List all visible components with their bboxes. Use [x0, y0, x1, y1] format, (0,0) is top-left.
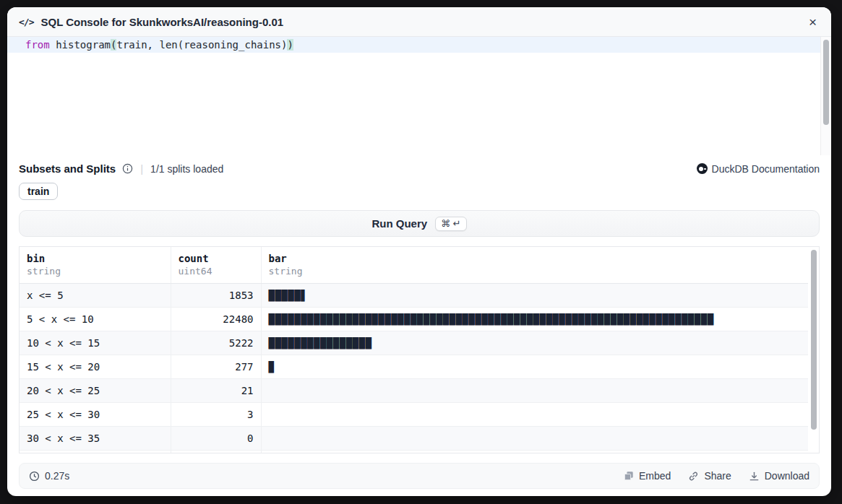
bin-cell: 25 < x <= 30	[20, 402, 171, 426]
embed-button[interactable]: Embed	[624, 470, 671, 482]
count-cell: 5222	[171, 331, 261, 355]
count-cell: 3	[171, 402, 261, 426]
clock-icon	[29, 471, 40, 482]
share-button[interactable]: Share	[688, 470, 731, 482]
download-icon	[749, 471, 760, 482]
table-scrollbar-thumb[interactable]	[811, 250, 817, 430]
footer-actions: Embed Share Download	[624, 470, 809, 482]
count-cell: 1853	[171, 283, 261, 307]
modal-body: Subsets and Splits | 1/1 splits loaded D…	[7, 155, 831, 496]
close-icon[interactable]: ×	[806, 14, 820, 30]
info-icon[interactable]	[122, 163, 133, 174]
table-row: 25 < x <= 30 3	[20, 402, 808, 426]
column-header-bin[interactable]: bin string	[20, 247, 171, 283]
sql-close-paren: )	[287, 39, 293, 51]
bin-cell: x <= 5	[20, 283, 171, 307]
table-scrollbar[interactable]	[810, 248, 817, 451]
bin-cell: 10 < x <= 15	[20, 331, 171, 355]
table-row: 10 < x <= 15 5222 ████████████████	[20, 331, 808, 355]
sql-arguments: train, len(reasoning_chains)	[116, 39, 287, 51]
splits-loaded-status: 1/1 splits loaded	[150, 163, 223, 175]
sql-console-modal: </> SQL Console for SkunkworksAI/reasoni…	[7, 7, 831, 496]
split-tab-train[interactable]: train	[19, 183, 58, 200]
query-duration: 0.27s	[29, 470, 69, 482]
run-query-button[interactable]: Run Query ⌘ ↵	[19, 210, 820, 237]
share-link-icon	[688, 471, 699, 482]
bin-cell: 35 < x <= 40	[20, 450, 171, 453]
table-header-row: bin string count uint64 bar string	[20, 247, 808, 283]
bar-cell: █████▋	[261, 283, 808, 307]
count-cell: 277	[171, 355, 261, 378]
table-row: 35 < x <= 40 0	[20, 450, 808, 453]
duckdb-docs-label: DuckDB Documentation	[712, 163, 820, 175]
duckdb-icon	[697, 163, 708, 174]
count-cell: 0	[171, 450, 261, 453]
bar-cell	[261, 450, 808, 453]
count-cell: 0	[171, 426, 261, 450]
modal-title: SQL Console for SkunkworksAI/reasoning-0…	[40, 16, 283, 28]
count-cell: 21	[171, 378, 261, 402]
column-header-count[interactable]: count uint64	[171, 247, 261, 283]
sql-function: histogram	[50, 39, 111, 51]
divider: |	[139, 162, 144, 175]
modal-header: </> SQL Console for SkunkworksAI/reasoni…	[7, 7, 831, 37]
sql-query-line[interactable]: from histogram(train, len(reasoning_chai…	[7, 37, 820, 53]
table-row: 5 < x <= 10 22480 ██████████████████████…	[20, 307, 808, 331]
modal-footer: 0.27s Embed Share	[19, 463, 820, 489]
table-row: 15 < x <= 20 277 ▉	[20, 355, 808, 378]
bar-cell: ▉	[261, 355, 808, 378]
keyboard-shortcut-badge: ⌘ ↵	[435, 217, 467, 231]
bar-cell: ████████████████████████████████████████…	[261, 307, 808, 331]
table-row: 30 < x <= 35 0	[20, 426, 808, 450]
bar-cell	[261, 378, 808, 402]
bin-cell: 20 < x <= 25	[20, 378, 171, 402]
bar-cell: ████████████████	[261, 331, 808, 355]
editor-scrollbar-thumb[interactable]	[823, 40, 829, 125]
table-row: x <= 5 1853 █████▋	[20, 283, 808, 307]
download-button[interactable]: Download	[749, 470, 809, 482]
bin-cell: 15 < x <= 20	[20, 355, 171, 378]
editor-scrollbar[interactable]	[820, 37, 831, 155]
query-duration-value: 0.27s	[45, 470, 69, 482]
run-query-label: Run Query	[371, 217, 427, 230]
bar-cell	[261, 426, 808, 450]
count-cell: 22480	[171, 307, 261, 331]
sql-editor[interactable]: from histogram(train, len(reasoning_chai…	[7, 37, 831, 155]
results-table: bin string count uint64 bar string	[19, 246, 820, 453]
subsets-row: Subsets and Splits | 1/1 splits loaded D…	[19, 162, 820, 175]
bin-cell: 30 < x <= 35	[20, 426, 171, 450]
code-icon: </>	[19, 17, 33, 27]
sql-keyword: from	[25, 39, 50, 51]
table-row: 20 < x <= 25 21	[20, 378, 808, 402]
column-header-bar[interactable]: bar string	[261, 247, 808, 283]
subsets-title: Subsets and Splits	[19, 162, 116, 175]
bar-cell	[261, 402, 808, 426]
embed-icon	[624, 471, 634, 481]
duckdb-docs-link[interactable]: DuckDB Documentation	[697, 163, 820, 175]
bin-cell: 5 < x <= 10	[20, 307, 171, 331]
